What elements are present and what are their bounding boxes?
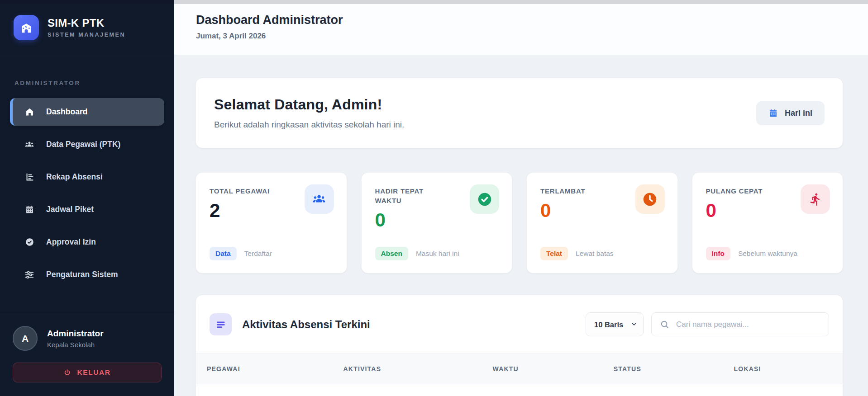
search-icon [660,320,669,329]
power-icon [63,369,71,377]
sidebar-item-label: Approval Izin [46,237,96,247]
today-button-label: Hari ini [785,108,812,118]
table-header-row: PEGAWAI AKTIVITAS WAKTU STATUS LOKASI [196,354,843,384]
app-tagline: SISTEM MANAJEMEN [48,32,125,38]
calendar-icon [24,205,34,215]
sidebar-item-label: Pengaturan Sistem [46,270,118,279]
school-logo-icon [14,15,39,40]
runner-icon [801,184,830,214]
main-content: Dashboard Administrator Jumat, 3 April 2… [174,0,868,396]
page-date: Jumat, 3 April 2026 [196,32,868,41]
stat-card-terlambat: TERLAMBAT 0 Telat Lewat batas [526,172,678,273]
chart-icon [24,172,34,182]
column-header-waktu: WAKTU [482,365,603,372]
stat-card-pulang-cepat: PULANG CEPAT 0 Info Sebelum waktunya [692,172,844,273]
welcome-card: Selamat Datang, Admin! Berikut adalah ri… [196,78,843,148]
sidebar-item-label: Data Pegawai (PTK) [46,140,120,149]
sidebar-item-label: Rekap Absensi [46,172,103,182]
activity-title: Aktivitas Absensi Terkini [242,318,370,331]
user-role: Kepala Sekolah [47,341,104,349]
sidebar-logo: SIM-K PTK SISTEM MANAJEMEN [0,0,174,55]
stat-note: Lewat batas [576,250,614,258]
clock-icon [635,184,665,214]
sidebar-item-jadwal-piket[interactable]: Jadwal Piket [10,196,164,223]
column-header-aktivitas: AKTIVITAS [333,365,482,372]
sidebar-section-label: ADMINISTRATOR [14,80,164,86]
search-wrap [651,312,829,336]
search-input[interactable] [651,312,829,336]
stat-badge: Absen [375,247,408,260]
today-button[interactable]: Hari ini [756,101,825,125]
logout-label: KELUAR [77,368,110,377]
sidebar-item-approval-izin[interactable]: Approval Izin [10,228,164,256]
user-profile: A Administrator Kepala Sekolah [13,326,162,351]
rows-per-page-select-wrap: 10 Baris [586,312,644,336]
stat-badge: Telat [540,247,568,260]
logout-button[interactable]: KELUAR [13,363,162,382]
check-circle-icon [24,237,34,247]
sidebar-nav: ADMINISTRATOR Dashboard Data P [0,55,174,293]
welcome-subtitle: Berikut adalah ringkasan aktivitas sekol… [214,120,404,130]
users-icon [305,184,334,214]
calendar-icon [768,108,778,118]
page-title: Dashboard Administrator [196,13,868,27]
sidebar-item-dashboard[interactable]: Dashboard [10,98,164,126]
stat-label: HADIR TEPAT WAKTU [375,186,452,205]
column-header-status: STATUS [603,365,723,372]
users-icon [24,140,34,150]
stat-badge: Info [706,247,730,260]
avatar: A [13,326,38,351]
activity-card: Aktivitas Absensi Terkini 10 Baris [196,295,843,396]
stat-label: TERLAMBAT [540,186,617,196]
sidebar-item-label: Dashboard [46,107,87,117]
list-icon [210,313,232,335]
sidebar-item-rekap-absensi[interactable]: Rekap Absensi [10,163,164,191]
stat-card-hadir-tepat-waktu: HADIR TEPAT WAKTU 0 Absen Masuk hari ini [361,172,513,273]
stat-label: TOTAL PEGAWAI [210,186,286,196]
stat-card-total-pegawai: TOTAL PEGAWAI 2 Data Terdaftar [196,172,347,273]
content-area: Selamat Datang, Admin! Berikut adalah ri… [174,55,868,396]
stat-label: PULANG CEPAT [706,186,783,196]
sidebar-footer: A Administrator Kepala Sekolah KELUAR [0,313,174,396]
stat-note: Sebelum waktunya [738,250,797,258]
table-body [196,384,843,396]
column-header-pegawai: PEGAWAI [196,365,333,372]
page-header: Dashboard Administrator Jumat, 3 April 2… [174,0,868,55]
sidebar-item-label: Jadwal Piket [46,205,94,214]
home-icon [24,107,34,117]
check-circle-icon [470,184,499,214]
user-name: Administrator [47,329,104,339]
stat-note: Terdaftar [244,250,272,258]
welcome-title: Selamat Datang, Admin! [214,96,404,113]
app-title: SIM-K PTK [48,17,125,29]
sidebar-item-pengaturan-sistem[interactable]: Pengaturan Sistem [10,261,164,288]
stat-badge: Data [210,247,237,260]
stats-row: TOTAL PEGAWAI 2 Data Terdaftar [196,172,843,273]
column-header-lokasi: LOKASI [723,365,843,372]
sliders-icon [24,270,34,280]
rows-per-page-select[interactable]: 10 Baris [586,312,644,336]
sidebar: SIM-K PTK SISTEM MANAJEMEN ADMINISTRATOR… [0,0,174,396]
sidebar-item-data-pegawai[interactable]: Data Pegawai (PTK) [10,131,164,158]
stat-note: Masuk hari ini [416,250,459,258]
